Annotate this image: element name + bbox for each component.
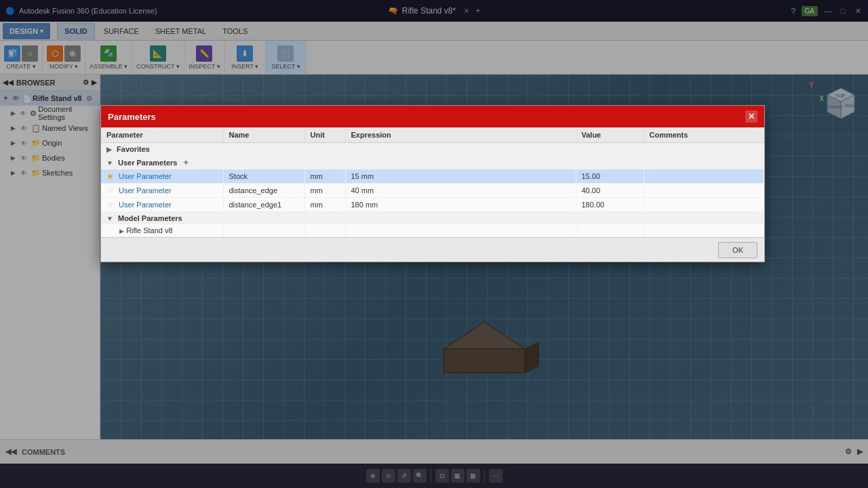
add-user-param-btn[interactable]: + <box>183 157 189 167</box>
param-comment-de1[interactable] <box>644 198 764 212</box>
user-params-toggle[interactable]: ▼ <box>106 159 113 167</box>
table-header-row: Parameter Name Unit Expression Value Com… <box>101 127 764 143</box>
param-row-rifle-stand[interactable]: ▶ Rifle Stand v8 <box>101 224 764 237</box>
param-row-distance-edge[interactable]: ☆ User Parameter distance_edge mm 40 mm … <box>101 184 764 198</box>
section-model-params: ▼ Model Parameters <box>101 212 764 225</box>
param-val-de1: 180.00 <box>576 198 644 212</box>
rifle-stand-label: Rifle Stand v8 <box>126 226 172 235</box>
ok-button[interactable]: OK <box>718 242 757 258</box>
param-name-stock[interactable]: Stock <box>223 169 304 184</box>
param-expr-de1[interactable]: 180 mm <box>345 198 576 212</box>
modal-body: Parameter Name Unit Expression Value Com… <box>101 127 764 237</box>
favorites-toggle[interactable]: ▶ <box>106 146 112 153</box>
col-unit: Unit <box>304 127 345 143</box>
param-comment-de[interactable] <box>644 184 764 198</box>
param-expr-stock[interactable]: 15 mm <box>345 169 576 184</box>
col-expression: Expression <box>345 127 576 143</box>
parameters-modal: Parameters ✕ Parameter Name Unit Express… <box>100 105 765 262</box>
section-favorites: ▶ Favorites <box>101 143 764 156</box>
param-val-stock: 15.00 <box>576 169 644 184</box>
param-row-stock[interactable]: ★ User Parameter Stock mm 15 mm 15.00 <box>101 169 764 184</box>
star-stock[interactable]: ★ <box>106 171 114 181</box>
param-val-de: 40.00 <box>576 184 644 198</box>
col-parameter: Parameter <box>101 127 223 143</box>
param-name-de[interactable]: distance_edge <box>223 184 304 198</box>
params-table: Parameter Name Unit Expression Value Com… <box>101 127 764 237</box>
modal-overlay: Parameters ✕ Parameter Name Unit Express… <box>0 0 868 488</box>
param-type-de: ☆ User Parameter <box>101 184 223 198</box>
col-comments: Comments <box>644 127 764 143</box>
star-de[interactable]: ☆ <box>106 186 114 195</box>
user-params-label: User Parameters <box>118 159 177 167</box>
modal-header: Parameters ✕ <box>101 106 764 127</box>
col-name: Name <box>223 127 304 143</box>
section-user-params: ▼ User Parameters + <box>101 155 764 169</box>
modal-title: Parameters <box>108 112 156 122</box>
favorites-label: Favorites <box>117 145 150 153</box>
param-type-de1: ☆ User Parameter <box>101 198 223 212</box>
param-type-stock: ★ User Parameter <box>101 169 223 184</box>
modal-footer: OK <box>101 237 764 262</box>
param-name-de1[interactable]: distance_edge1 <box>223 198 304 212</box>
col-value: Value <box>576 127 644 143</box>
rifle-stand-expand[interactable]: ▶ <box>119 228 124 235</box>
star-de1[interactable]: ☆ <box>106 200 114 209</box>
param-unit-de: mm <box>304 184 345 198</box>
modal-close-btn[interactable]: ✕ <box>745 110 757 123</box>
param-comment-stock[interactable] <box>644 169 764 184</box>
model-params-label: Model Parameters <box>118 214 182 222</box>
model-params-toggle[interactable]: ▼ <box>106 215 113 222</box>
param-unit-de1: mm <box>304 198 345 212</box>
model-param-type: ▶ Rifle Stand v8 <box>101 224 223 237</box>
param-row-distance-edge1[interactable]: ☆ User Parameter distance_edge1 mm 180 m… <box>101 198 764 212</box>
param-unit-stock: mm <box>304 169 345 184</box>
param-expr-de[interactable]: 40 mm <box>345 184 576 198</box>
